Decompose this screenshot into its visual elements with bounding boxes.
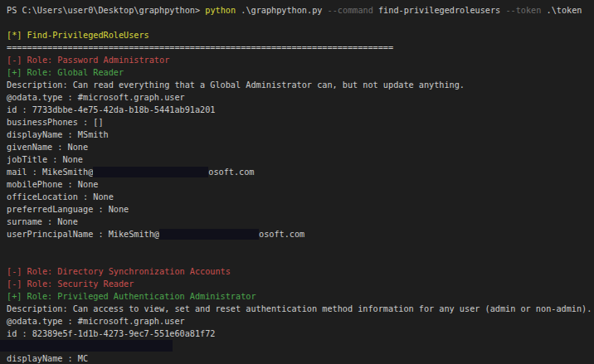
separator-line: ========================================…: [7, 41, 594, 54]
role-security-reader-line: [-] Role: Security Reader: [7, 278, 594, 290]
user2-description-line: Description: Can access to view, set and…: [7, 303, 594, 315]
user1-mobile-phone-line: mobilePhone : None: [7, 178, 594, 191]
user1-odata-type-line: @odata.type : #microsoft.graph.user: [7, 91, 594, 104]
upn-suffix: osoft.com: [259, 230, 304, 239]
user2-odata-type-line: @odata.type : #microsoft.graph.user: [7, 315, 594, 328]
blank-line: [7, 253, 594, 265]
user1-surname-line: surname : None: [7, 216, 594, 228]
user1-upn-line: userPrincipalName : MikeSmith@osoft.com: [7, 228, 594, 240]
redaction-box: [93, 167, 208, 177]
mail-prefix: mail : MikeSmith@: [7, 167, 93, 177]
redacted-line: [7, 340, 594, 352]
user1-description-line: Description: Can read everything that a …: [7, 79, 594, 91]
user1-given-name-line: givenName : None: [7, 141, 594, 153]
user2-display-name-line: displayName : MC: [7, 352, 594, 364]
user2-id-line: id : 82389e5f-1d1b-4273-9ec7-551e60a81f7…: [7, 328, 594, 340]
user1-id-line: id : 7733dbbe-4e75-42da-b18b-5441ab91a20…: [7, 104, 594, 116]
script-path-arg: .\graphpython.py: [241, 6, 322, 15]
user1-job-title-line: jobTitle : None: [7, 153, 594, 166]
arg-token-value: .\token: [547, 6, 582, 15]
blank-line: [7, 17, 594, 29]
role-password-administrator-line: [-] Role: Password Administrator: [7, 54, 594, 66]
command-python: python: [205, 6, 236, 15]
user1-mail-line: mail : MikeSmith@osoft.com: [7, 166, 594, 178]
role-directory-sync-accounts-line: [-] Role: Directory Synchronization Acco…: [7, 265, 594, 278]
mail-suffix: osoft.com: [208, 167, 254, 177]
blank-line: [7, 240, 594, 253]
user1-business-phones-line: businessPhones : []: [7, 116, 594, 129]
upn-prefix: userPrincipalName : MikeSmith@: [7, 230, 159, 239]
user1-office-location-line: officeLocation : None: [7, 191, 594, 203]
flag-token: --token: [505, 6, 541, 15]
banner-line: [*] Find-PrivilegedRoleUsers: [7, 29, 594, 41]
user1-display-name-line: displayName : MSmith: [7, 129, 594, 141]
redaction-box: [159, 229, 259, 240]
prompt-line: PS C:\Users\user0\Desktop\graphpython>py…: [7, 4, 594, 17]
role-global-reader-line: [+] Role: Global Reader: [7, 66, 594, 79]
flag-command: --command: [328, 6, 373, 15]
ps-prompt-path: PS C:\Users\user0\Desktop\graphpython>: [7, 6, 200, 15]
terminal-window[interactable]: PS C:\Users\user0\Desktop\graphpython>py…: [0, 0, 594, 364]
user1-preferred-language-line: preferredLanguage : None: [7, 203, 594, 216]
role-privileged-auth-admin-line: [+] Role: Privileged Authentication Admi…: [7, 290, 594, 303]
redaction-box: [0, 340, 173, 352]
arg-command-value: find-privilegedroleusers: [378, 6, 500, 15]
